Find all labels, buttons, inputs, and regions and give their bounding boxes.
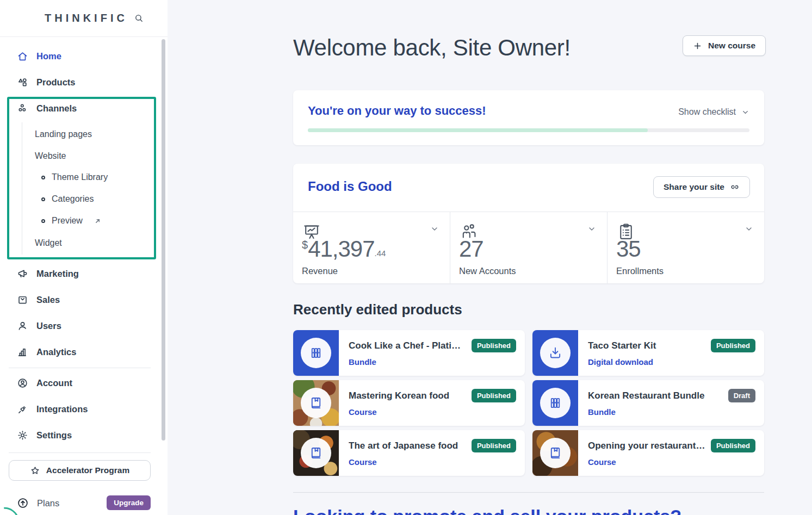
sidebar-item-plans[interactable]: Plans <box>17 492 59 514</box>
chevron-down-icon[interactable] <box>745 225 753 233</box>
account-circle-icon <box>17 377 28 389</box>
product-type-link[interactable]: Digital download <box>588 357 653 367</box>
product-thumbnail-japanese-food-photo <box>293 430 339 476</box>
sidebar-item-products[interactable]: Products <box>0 69 159 95</box>
sidebar-divider <box>9 368 151 368</box>
sub-item-label: Website <box>35 151 66 161</box>
product-card[interactable]: Opening your restaurant … Published Cour… <box>532 430 764 476</box>
product-card[interactable]: Taco Starter Kit Published Digital downl… <box>532 330 764 376</box>
product-type-link[interactable]: Bundle <box>588 407 616 417</box>
product-type-link[interactable]: Bundle <box>349 357 376 367</box>
new-course-button[interactable]: New course <box>683 35 766 56</box>
sidebar-item-settings[interactable]: Settings <box>0 422 159 448</box>
product-title: Korean Restaurant Bundle <box>588 390 723 401</box>
site-overview-card: Food is Good Share your site $41,397.44 … <box>293 164 764 283</box>
shopping-bag-icon <box>17 294 28 306</box>
plans-label: Plans <box>37 498 59 508</box>
stat-new-accounts: 27 New Accounts <box>450 212 607 283</box>
sidebar-item-landing-pages[interactable]: Landing pages <box>0 123 152 145</box>
search-icon[interactable] <box>134 14 144 23</box>
share-your-site-button[interactable]: Share your site <box>653 176 750 198</box>
status-badge: Published <box>472 339 516 352</box>
show-checklist-button[interactable]: Show checklist <box>678 107 749 117</box>
product-type-link[interactable]: Course <box>349 407 377 417</box>
gear-icon <box>17 430 28 441</box>
sub-item-label: Landing pages <box>35 129 92 139</box>
sidebar-item-account[interactable]: Account <box>0 370 159 396</box>
promote-section-heading: Looking to promote and sell your product… <box>293 506 681 515</box>
sidebar-item-label: Users <box>36 321 61 331</box>
product-title: Taco Starter Kit <box>588 340 705 351</box>
sub-item-label: Preview <box>52 216 83 226</box>
sidebar-item-home[interactable]: Home <box>0 43 159 69</box>
stat-label: Revenue <box>302 266 338 276</box>
sidebar-item-label: Sales <box>36 295 60 305</box>
arrow-up-circle-icon <box>17 497 29 509</box>
status-badge: Published <box>472 439 516 452</box>
sidebar-item-sales[interactable]: Sales <box>0 287 159 313</box>
product-thumbnail-grilled-meat-photo <box>532 430 578 476</box>
plug-icon <box>17 404 28 415</box>
star-icon <box>30 466 40 476</box>
sub-item-label: Categories <box>52 194 94 204</box>
upgrade-badge[interactable]: Upgrade <box>107 495 151 510</box>
sidebar-item-preview[interactable]: Preview <box>0 210 152 232</box>
status-badge: Published <box>472 389 516 402</box>
sidebar-item-categories[interactable]: Categories <box>0 188 152 210</box>
sidebar-item-users[interactable]: Users <box>0 313 159 339</box>
product-card[interactable]: The art of Japanese food Published Cours… <box>293 430 525 476</box>
bar-chart-icon <box>17 346 28 358</box>
product-type-link[interactable]: Course <box>588 457 616 467</box>
sidebar-item-label: Settings <box>36 430 72 440</box>
section-divider <box>293 492 764 493</box>
product-title: The art of Japanese food <box>349 440 466 451</box>
site-name: Food is Good <box>308 179 392 194</box>
checklist-title: You're on your way to success! <box>308 104 486 118</box>
plus-icon <box>693 41 702 51</box>
sidebar-item-marketing[interactable]: Marketing <box>0 260 159 287</box>
external-link-icon <box>94 218 101 225</box>
sidebar-item-analytics[interactable]: Analytics <box>0 339 159 365</box>
stat-label: Enrollments <box>616 266 664 276</box>
product-card[interactable]: Korean Restaurant Bundle Draft Bundle <box>532 380 764 426</box>
product-type-link[interactable]: Course <box>349 457 377 467</box>
stat-enrollments: 35 Enrollments <box>607 212 764 283</box>
sidebar-item-theme-library[interactable]: Theme Library <box>0 166 152 188</box>
thinkific-dashboard: THINKIFIC Home Products Channels <box>0 0 812 515</box>
status-badge: Draft <box>728 389 755 402</box>
sidebar-item-label: Marketing <box>36 269 79 279</box>
link-icon <box>730 182 740 192</box>
sidebar-item-channels[interactable]: Channels <box>0 95 159 121</box>
sidebar-scrollbar[interactable] <box>162 39 165 440</box>
product-thumbnail-bundle <box>293 330 339 376</box>
product-thumbnail-download <box>532 330 578 376</box>
product-title: Opening your restaurant … <box>588 440 705 451</box>
sidebar-item-widget[interactable]: Widget <box>0 232 152 254</box>
stat-revenue: $41,397.44 Revenue <box>293 212 450 283</box>
product-thumbnail-korean-food-photo <box>293 380 339 426</box>
sidebar-item-label: Account <box>36 378 72 388</box>
sidebar-header: THINKIFIC <box>0 0 168 37</box>
sidebar: THINKIFIC Home Products Channels <box>0 0 168 515</box>
binder-icon <box>540 388 571 418</box>
chevron-down-icon[interactable] <box>430 225 439 233</box>
onboarding-checklist-card: You're on your way to success! Show chec… <box>293 90 764 145</box>
binder-icon <box>301 338 331 368</box>
product-card[interactable]: Mastering Korean food Published Course <box>293 380 525 426</box>
products-icon <box>17 77 28 88</box>
product-thumbnail-bundle <box>532 380 578 426</box>
chevron-down-icon <box>741 108 749 116</box>
progress-fill <box>308 128 648 132</box>
user-icon <box>17 320 28 332</box>
product-card[interactable]: Cook Like a Chef - Platinu… Published Bu… <box>293 330 525 376</box>
sidebar-item-label: Integrations <box>36 404 88 414</box>
book-icon <box>301 438 331 468</box>
share-site-label: Share your site <box>664 182 724 192</box>
accelerator-program-button[interactable]: Accelerator Program <box>9 460 151 481</box>
new-course-label: New course <box>708 41 755 51</box>
sidebar-item-website[interactable]: Website <box>0 145 152 167</box>
recently-edited-heading: Recently edited products <box>293 301 462 318</box>
chevron-down-icon[interactable] <box>587 225 596 233</box>
sidebar-item-label: Home <box>36 51 61 61</box>
sidebar-item-integrations[interactable]: Integrations <box>0 396 159 422</box>
